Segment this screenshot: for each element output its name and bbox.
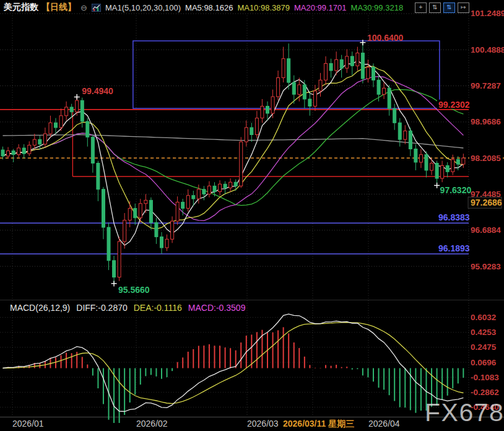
extreme-value-annotation: 100.6400 (367, 33, 404, 43)
extreme-value-annotation: 99.4940 (82, 86, 113, 96)
support-price-label: 96.8383 (438, 212, 470, 222)
time-axis-label: 2026/02 (136, 419, 168, 429)
macd-axis-label: -0.2862 (471, 388, 499, 397)
symbol-name: 美元指数 (4, 2, 38, 13)
extreme-value-annotation: 97.6320 (440, 185, 472, 195)
macd-axis-label: 0.0696 (471, 358, 497, 367)
collapse-button[interactable]: ⊖ (80, 3, 87, 12)
price-axis-label: 99.7287 (471, 81, 501, 90)
drawn-levels (0, 41, 504, 254)
chart-window: 101.2489100.488899.728798.968698.208597.… (0, 0, 504, 431)
crosshair-price-label: 97.2686 (471, 198, 502, 207)
ma5-value: MA5:98.1626 (185, 3, 233, 12)
chart-type-icon[interactable] (92, 4, 101, 12)
candlestick-chart-canvas[interactable]: 101.2489100.488899.728798.968698.208597.… (0, 0, 504, 431)
macd-axis-label: -0.1083 (471, 373, 499, 382)
macd-panel (3, 314, 464, 423)
time-axis-label: 2026/01 (12, 419, 44, 429)
macd-dea-value: DEA:-0.1116 (134, 303, 182, 313)
ma-lines (3, 61, 464, 245)
support-price-label: 96.1893 (438, 243, 470, 253)
toolbar: + ⇅ ⇅ ↦ (415, 2, 469, 13)
ma10-value: MA10:98.3879 (237, 3, 290, 12)
time-axis-label: 2026/04 (368, 419, 400, 429)
price-axis-label: 98.9686 (471, 117, 501, 126)
extreme-value-annotation: 95.5660 (118, 285, 150, 295)
ma-settings-label: MA1(5,10,20,30,100) (105, 3, 181, 12)
watermark: FX678 (425, 398, 504, 427)
price-axis: 101.2489100.488899.728798.968698.208597.… (437, 9, 504, 412)
time-axis-label: 2026/03 (247, 419, 279, 429)
crosshair-date-label: 2026/03/11 星期三 (283, 419, 354, 429)
ma20-value: MA20:99.1701 (294, 3, 347, 12)
candles (1, 43, 465, 284)
chart-scale-icon[interactable]: ⇅ (443, 2, 455, 13)
price-axis-label: 100.4888 (471, 45, 504, 54)
macd-macd-value: MACD:-0.3509 (188, 303, 246, 313)
price-axis-label: 95.9283 (471, 262, 501, 271)
price-axis-label: 96.6884 (471, 225, 501, 235)
macd-axis-label: 0.6032 (471, 313, 496, 322)
panel-collapse-icon[interactable]: ↦ (458, 2, 469, 13)
ma5-line (3, 61, 464, 245)
macd-axis-label: 0.4253 (471, 328, 497, 337)
period-label: 【日线】 (41, 2, 76, 13)
macd-axis-label: 0.2475 (471, 342, 497, 352)
time-axis: 2026/012026/022026/032026/042026/03/11 星… (12, 419, 400, 429)
ma10-line (3, 66, 464, 229)
crosshair-icon[interactable]: + (415, 2, 427, 13)
macd-diff-value: DIFF:-0.2870 (76, 303, 127, 313)
axis-scale-icon[interactable]: ⇅ (429, 2, 441, 13)
chart-header: 美元指数 【日线】 ⊖ MA1(5,10,20,30,100) MA5:98.1… (4, 1, 504, 14)
resistance-price-label: 99.2302 (438, 100, 470, 110)
ma30-value: MA30:99.3218 (351, 3, 404, 12)
macd-params-label: MACD(26,12,9) (10, 303, 70, 313)
macd-header: MACD(26,12,9) DIFF:-0.2870 DEA:-0.1116 M… (10, 303, 245, 313)
blue-rectangle-drawing (133, 41, 440, 108)
current-price-label: 98.2085 (471, 154, 501, 163)
